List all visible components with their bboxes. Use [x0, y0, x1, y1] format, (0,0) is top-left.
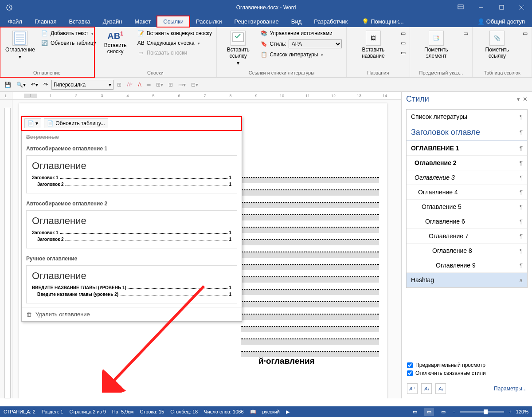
view-print-icon[interactable]: ▭	[424, 408, 434, 416]
toc-preview-auto2[interactable]: Оглавление Заголовок 11 Заголовок 21	[26, 210, 237, 248]
status-line[interactable]: Строка: 15	[140, 409, 164, 414]
tab-developer[interactable]: Разработчик	[308, 16, 354, 27]
caption-extra-3[interactable]: ▭	[399, 48, 407, 57]
add-text-button[interactable]: 📄Добавить текст	[39, 29, 98, 38]
insert-endnote-button[interactable]: 📝Вставить концевую сноску	[136, 29, 214, 38]
style-item[interactable]: Оглавление 5¶	[407, 200, 527, 214]
styles-list[interactable]: Список литературы¶Заголовок оглавле¶ОГЛА…	[406, 109, 528, 288]
save-icon[interactable]: 💾	[3, 79, 13, 90]
toc-auto2-label[interactable]: Автособираемое оглавление 2	[22, 197, 242, 208]
toc-manual-label[interactable]: Ручное оглавление	[22, 252, 242, 264]
toc-preview-auto1[interactable]: Оглавление Заголовок 11 Заголовок 21	[26, 155, 237, 193]
autosave-icon[interactable]	[3, 1, 16, 14]
qat-item-4[interactable]: ═	[145, 79, 153, 90]
status-language[interactable]: русский	[262, 409, 280, 414]
qat-item-8[interactable]: ⊟▾	[189, 79, 200, 90]
pane-options-icon[interactable]: ▾	[517, 96, 520, 102]
style-item[interactable]: Оглавление 9¶	[407, 258, 527, 273]
qat-item-7[interactable]: ▭▾	[176, 79, 188, 90]
mark-entry-button[interactable]: 📑Пометить элемент	[413, 29, 460, 69]
ribbon-display-icon[interactable]	[450, 0, 471, 15]
toc-delete-item[interactable]: 🗑 Удалить оглавление	[22, 307, 242, 321]
status-macro-icon[interactable]: ▶	[286, 409, 289, 415]
bibliography-button[interactable]: 📋Список литературы	[258, 50, 343, 59]
tell-me-assist[interactable]: 💡 Помощник...	[357, 16, 408, 27]
view-web-icon[interactable]: ▭	[438, 408, 448, 416]
style-item[interactable]: Оглавление 6¶	[407, 214, 527, 229]
new-style-icon[interactable]: A⁺	[407, 383, 418, 394]
style-item[interactable]: Hashtaga	[407, 273, 527, 287]
insert-footnote-button[interactable]: АВ1 Вставить сноску	[97, 29, 134, 69]
minimize-button[interactable]	[471, 0, 491, 15]
toc-update-table-button[interactable]: 📄Обновить таблицу...	[44, 118, 108, 128]
redo-icon[interactable]: ↷	[42, 79, 50, 90]
styles-params-link[interactable]: Параметры...	[494, 386, 527, 392]
toc-auto1-label[interactable]: Автособираемое оглавление 1	[22, 142, 242, 153]
qat-dropdown[interactable]: 🔍▾	[15, 79, 27, 90]
vertical-ruler[interactable]	[0, 100, 12, 398]
style-combo[interactable]: Гиперссылка▾	[51, 80, 113, 90]
zoom-in-icon[interactable]: +	[509, 409, 511, 414]
tab-home[interactable]: Главная	[28, 16, 63, 27]
show-notes-button[interactable]: ▭Показать сноски	[136, 48, 214, 57]
next-footnote-button[interactable]: ABСледующая сноска	[136, 39, 214, 47]
style-item[interactable]: Оглавление 7¶	[407, 229, 527, 244]
style-item[interactable]: Оглавление 2¶	[407, 156, 527, 170]
style-item[interactable]: Заголовок оглавле¶	[407, 124, 527, 141]
style-item[interactable]: Список литературы¶	[407, 110, 527, 124]
toa-extra[interactable]: ▭	[521, 29, 529, 38]
style-item[interactable]: ОГЛАВЛЕНИЕ 1¶	[407, 141, 527, 156]
mark-citation-button[interactable]: 📎Пометить ссылку	[475, 29, 519, 69]
disable-linked-checkbox[interactable]: Отключить связанные стили	[407, 370, 527, 376]
tab-insert[interactable]: Вставка	[63, 16, 96, 27]
style-item[interactable]: Оглавление 8¶	[407, 244, 527, 258]
tab-references[interactable]: Ссылки	[157, 16, 190, 27]
view-read-icon[interactable]: ▭	[410, 408, 420, 416]
style-item[interactable]: Оглавление 3¶	[407, 170, 527, 185]
caption-extra-2[interactable]: ▭	[399, 39, 407, 47]
qat-item-5[interactable]: ⊞▾	[154, 79, 165, 90]
share-button[interactable]: 👤 Общий доступ	[472, 16, 530, 27]
citation-style-select[interactable]: 🔖Стиль: APA	[258, 39, 343, 49]
status-position[interactable]: На: 5,9см	[112, 409, 134, 414]
tab-review[interactable]: Рецензирование	[228, 16, 285, 27]
status-page-of[interactable]: Страница 2 из 9	[69, 409, 106, 414]
maximize-button[interactable]	[491, 0, 512, 15]
caption-extra-1[interactable]: ▭	[399, 29, 407, 38]
undo-icon[interactable]: ↶▾	[29, 79, 40, 90]
horizontal-ruler[interactable]: 1 1234567891011121314	[12, 92, 401, 100]
qat-item-2[interactable]: Aᵇ	[125, 79, 134, 90]
ruler-corner[interactable]: L	[0, 92, 12, 100]
update-table-button[interactable]: 🔄Обновить таблицу	[39, 39, 98, 47]
pane-close-icon[interactable]: ✕	[523, 96, 528, 102]
qat-item-3[interactable]: A	[136, 79, 143, 90]
manage-styles-icon[interactable]: Aⱼ	[435, 383, 446, 394]
zoom-out-icon[interactable]: −	[453, 409, 455, 414]
style-inspector-icon[interactable]: Aᵢ	[421, 383, 432, 394]
close-button[interactable]	[512, 0, 532, 15]
qat-item-1[interactable]: ⊞	[115, 79, 123, 90]
toc-preview-manual[interactable]: Оглавление ВВЕДИТЕ НАЗВАНИЕ ГЛАВЫ (УРОВЕ…	[26, 265, 237, 303]
tab-layout[interactable]: Макет	[128, 16, 157, 27]
status-spellcheck-icon[interactable]: 📖	[250, 409, 256, 415]
status-page[interactable]: СТРАНИЦА: 2	[4, 409, 35, 414]
status-words[interactable]: Число слов: 1066	[204, 409, 243, 414]
status-section[interactable]: Раздел: 1	[42, 409, 63, 414]
status-column[interactable]: Столбец: 18	[170, 409, 198, 414]
style-dropdown[interactable]: APA	[289, 39, 342, 48]
preview-checkbox[interactable]: Предварительный просмотр	[407, 362, 527, 368]
index-extra[interactable]: ▭	[462, 29, 469, 38]
tab-mailings[interactable]: Рассылки	[190, 16, 228, 27]
zoom-value[interactable]: 120%	[516, 409, 528, 414]
toc-gallery-menu-icon[interactable]: 📄 ▾	[24, 118, 41, 128]
toc-button[interactable]: Оглавление ▾	[3, 29, 38, 69]
tab-file[interactable]: Файл	[2, 16, 28, 27]
zoom-slider[interactable]	[460, 411, 504, 413]
style-item[interactable]: Оглавление 4¶	[407, 185, 527, 200]
tab-design[interactable]: Дизайн	[97, 16, 129, 27]
insert-citation-button[interactable]: Вставить ссылку▾	[219, 29, 257, 69]
qat-item-6[interactable]: ⊞	[167, 79, 175, 90]
tab-view[interactable]: Вид	[285, 16, 308, 27]
insert-caption-button[interactable]: 🖼Вставить название	[349, 29, 397, 69]
manage-sources-button[interactable]: 📚Управление источниками	[258, 29, 343, 38]
